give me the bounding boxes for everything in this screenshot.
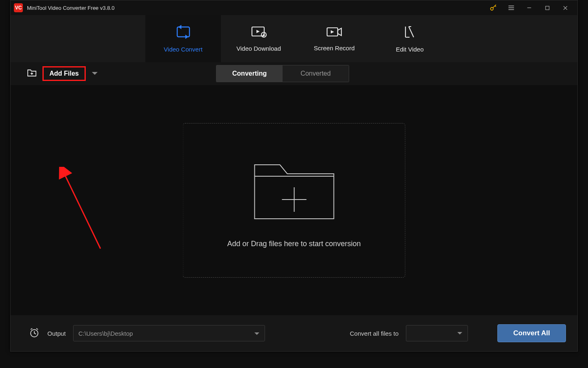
titlebar: VC MiniTool Video Converter Free v3.8.0 (11, 0, 577, 15)
svg-rect-2 (177, 27, 189, 37)
svg-rect-1 (546, 6, 549, 10)
output-path-value: C:\Users\bj\Desktop (78, 330, 254, 337)
tab-video-download[interactable]: Video Download (221, 15, 296, 62)
record-icon (326, 26, 343, 39)
activate-key-button[interactable] (484, 0, 502, 15)
download-icon (251, 26, 267, 39)
convert-icon (175, 25, 192, 40)
menu-button[interactable] (502, 0, 520, 15)
tab-label: Edit Video (396, 46, 423, 53)
tab-edit-video[interactable]: Edit Video (372, 15, 448, 62)
output-path-select[interactable]: C:\Users\bj\Desktop (73, 325, 265, 341)
add-files-button[interactable]: Add Files (42, 66, 86, 81)
add-files-group: Add Files (27, 66, 98, 81)
minimize-button[interactable] (520, 0, 538, 15)
output-format-select[interactable] (406, 325, 468, 341)
folder-plus-icon (251, 153, 337, 226)
app-logo-icon: VC (14, 3, 23, 12)
dropzone-text: Add or Drag files here to start conversi… (227, 240, 361, 248)
add-folder-icon[interactable] (27, 68, 37, 79)
svg-point-0 (490, 7, 493, 10)
tab-label: Video Convert (164, 46, 203, 53)
chevron-down-icon (457, 330, 463, 337)
maximize-button[interactable] (538, 0, 556, 15)
annotation-arrow-icon (56, 167, 109, 253)
conversion-state-segmented: Converting Converted (216, 65, 349, 82)
canvas-area: Add or Drag files here to start conversi… (11, 85, 577, 315)
edit-icon (403, 25, 417, 40)
convert-all-label: Convert all files to (350, 330, 399, 337)
segment-converted[interactable]: Converted (283, 65, 349, 82)
tab-label: Video Download (236, 45, 281, 52)
close-button[interactable] (556, 0, 574, 15)
convert-all-button[interactable]: Convert All (497, 324, 566, 342)
chevron-down-icon (254, 330, 260, 337)
output-label: Output (47, 330, 66, 337)
tab-video-convert[interactable]: Video Convert (145, 15, 221, 62)
tab-screen-record[interactable]: Screen Record (296, 15, 372, 62)
subbar: Add Files Converting Converted (11, 62, 577, 85)
svg-line-6 (65, 174, 100, 249)
app-window: VC MiniTool Video Converter Free v3.8.0 (10, 0, 578, 352)
segment-converting[interactable]: Converting (216, 65, 283, 82)
add-files-dropdown-caret[interactable] (91, 70, 98, 77)
main-tabs: Video Convert Video Download (11, 15, 577, 62)
tab-label: Screen Record (314, 45, 354, 52)
schedule-icon[interactable] (29, 327, 40, 340)
dropzone[interactable]: Add or Drag files here to start conversi… (183, 123, 405, 278)
footer-bar: Output C:\Users\bj\Desktop Convert all f… (11, 315, 577, 351)
app-title: MiniTool Video Converter Free v3.8.0 (27, 5, 114, 11)
